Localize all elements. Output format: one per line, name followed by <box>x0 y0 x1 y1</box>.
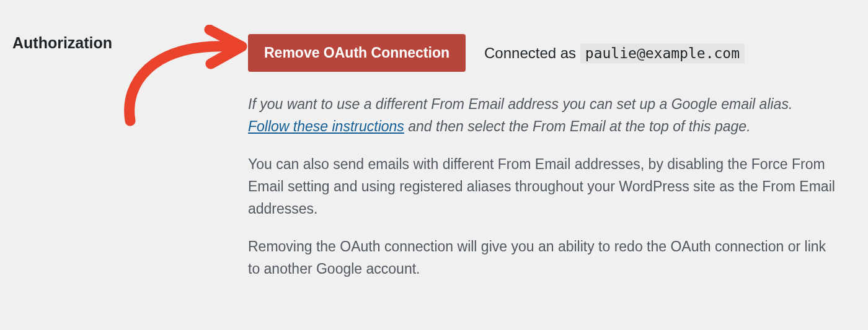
help-p1-prefix: If you want to use a different From Emai… <box>248 96 792 112</box>
help-p1-suffix: and then select the From Email at the to… <box>404 118 751 134</box>
connected-email: paulie@example.com <box>580 43 745 63</box>
label-column: Authorization <box>12 34 248 52</box>
authorization-row: Authorization Remove OAuth Connection Co… <box>12 34 856 296</box>
content-column: Remove OAuth Connection Connected as pau… <box>248 34 856 296</box>
button-row: Remove OAuth Connection Connected as pau… <box>248 34 837 72</box>
help-paragraph-2: You can also send emails with different … <box>248 154 837 220</box>
help-paragraph-3: Removing the OAuth connection will give … <box>248 236 837 280</box>
connected-label: Connected as <box>484 45 576 61</box>
section-label: Authorization <box>12 34 248 52</box>
connected-status: Connected as paulie@example.com <box>484 45 745 62</box>
remove-oauth-button[interactable]: Remove OAuth Connection <box>248 34 466 72</box>
follow-instructions-link[interactable]: Follow these instructions <box>248 118 404 134</box>
help-paragraph-1: If you want to use a different From Emai… <box>248 93 837 137</box>
